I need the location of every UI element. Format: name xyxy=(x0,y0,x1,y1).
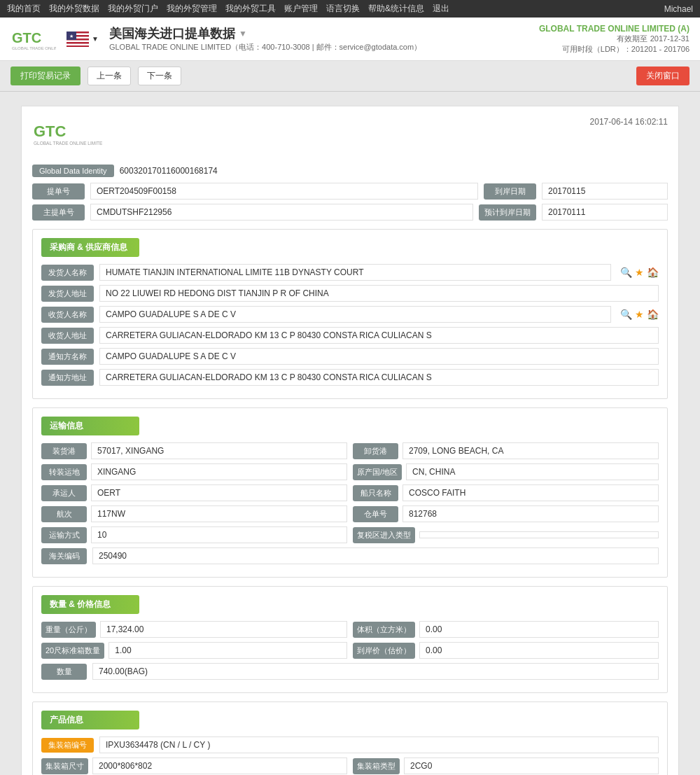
arrive-date-label: 到岸日期 xyxy=(484,183,536,200)
svg-text:GLOBAL TRADE ONLINE LIMITED: GLOBAL TRADE ONLINE LIMITED xyxy=(12,46,56,50)
shipper-home-icon[interactable]: 🏠 xyxy=(647,267,659,278)
company-logo: GTC GLOBAL TRADE ONLINE LIMITED xyxy=(10,23,56,55)
transport-row4: 航次 117NW 仓单号 812768 xyxy=(41,505,659,522)
consignee-icons: 🔍 ★ 🏠 xyxy=(620,309,659,320)
unloading-port-value: 2709, LONG BEACH, CA xyxy=(402,442,659,459)
svg-rect-5 xyxy=(66,40,89,42)
landing-price-value: 0.00 xyxy=(419,642,659,659)
quantity-section-header: 数量 & 价格信息 xyxy=(41,595,139,614)
transport-mode-label: 运输方式 xyxy=(41,527,87,543)
doc-datetime: 2017-06-14 16:02:11 xyxy=(590,117,668,127)
notify-addr-value: CARRETERA GULIACAN-ELDORADO KM 13 C P 80… xyxy=(99,369,659,386)
notify-name-label: 通知方名称 xyxy=(41,349,94,365)
shipper-search-icon[interactable]: 🔍 xyxy=(620,267,632,278)
loading-port-label: 装货港 xyxy=(41,443,87,459)
est-arrive-label: 预计到岸日期 xyxy=(479,204,536,221)
loading-port-col: 装货港 57017, XINGANG xyxy=(41,442,347,459)
notify-name-row: 通知方名称 CAMPO GUADALUPE S A DE C V xyxy=(41,348,659,365)
container-size-value: 2000*806*802 xyxy=(92,757,347,774)
bill-no-row: 提单号 OERT204509F00158 到岸日期 20170115 xyxy=(32,183,668,200)
weight-label: 重量（公斤） xyxy=(41,622,96,638)
container-size-col: 集装箱尺寸 2000*806*802 xyxy=(41,757,347,774)
top-navigation: 我的首页 我的外贸数据 我的外贸门户 我的外贸管理 我的外贸工具 账户管理 语言… xyxy=(0,0,700,18)
shipper-addr-value: NO 22 LIUWEI RD HEDONG DIST TIANJIN P R … xyxy=(99,285,659,302)
shipper-star-icon[interactable]: ★ xyxy=(635,267,644,278)
consignee-addr-label: 收货人地址 xyxy=(41,328,94,344)
supplier-section: 采购商 & 供应商信息 发货人名称 HUMATE TIANJIN INTERNA… xyxy=(32,229,668,399)
product-section-header: 产品信息 xyxy=(41,711,139,729)
transit-label: 转装运地 xyxy=(41,464,87,480)
container20-label: 20尺标准箱数量 xyxy=(41,643,104,659)
notify-addr-row: 通知方地址 CARRETERA GULIACAN-ELDORADO KM 13 … xyxy=(41,369,659,386)
consignee-search-icon[interactable]: 🔍 xyxy=(620,309,632,320)
product-section: 产品信息 集装箱编号 IPXU3634478 (CN / L / CY ) 集装… xyxy=(32,701,668,775)
nav-home[interactable]: 我的首页 xyxy=(7,3,41,15)
nav-trade-tools[interactable]: 我的外贸工具 xyxy=(225,3,276,15)
transport-mode-col: 运输方式 10 xyxy=(41,526,347,543)
container20-col: 20尺标准箱数量 1.00 xyxy=(41,642,347,659)
nav-trade-data[interactable]: 我的外贸数据 xyxy=(49,3,99,15)
consignee-home-icon[interactable]: 🏠 xyxy=(647,309,659,320)
next-button-top[interactable]: 下一条 xyxy=(138,67,181,85)
page-header: GTC GLOBAL TRADE ONLINE LIMITED ★ ▼ 美国海关… xyxy=(0,18,700,61)
warehouse-col: 仓单号 812768 xyxy=(353,505,659,522)
notify-name-value: CAMPO GUADALUPE S A DE C V xyxy=(99,348,659,365)
svg-text:★: ★ xyxy=(69,34,74,39)
transport-mode-value: 10 xyxy=(91,526,347,543)
product-row2: 集装箱尺寸 2000*806*802 集装箱类型 2CG0 xyxy=(41,757,659,774)
quantity-row2: 20尺标准箱数量 1.00 到岸价（估价） 0.00 xyxy=(41,642,659,659)
prev-button-top[interactable]: 上一条 xyxy=(88,67,131,85)
doc-header: GTC GLOBAL TRADE ONLINE LIMITED 2017-06-… xyxy=(32,117,668,154)
transport-row3: 承运人 OERT 船只名称 COSCO FAITH xyxy=(41,484,659,501)
bill-no-label: 提单号 xyxy=(32,183,85,200)
transit-value: XINGANG xyxy=(91,463,347,480)
nav-account[interactable]: 账户管理 xyxy=(284,3,318,15)
global-data-identity-row: Global Data Identity 6003201701160001681… xyxy=(32,165,668,177)
nav-trade-mgmt[interactable]: 我的外贸管理 xyxy=(167,3,217,15)
nav-language[interactable]: 语言切换 xyxy=(326,3,360,15)
shipper-icons: 🔍 ★ 🏠 xyxy=(620,267,659,278)
warehouse-value: 812768 xyxy=(402,505,659,522)
header-left: GTC GLOBAL TRADE ONLINE LIMITED ★ ▼ 美国海关… xyxy=(10,23,421,55)
volume-label: 体积（立方米） xyxy=(353,622,415,638)
transport-section: 运输信息 装货港 57017, XINGANG 卸货港 2709, LONG B… xyxy=(32,407,668,578)
svg-rect-6 xyxy=(66,43,89,46)
nav-trade-portal[interactable]: 我的外贸门户 xyxy=(108,3,158,15)
volume-col: 体积（立方米） 0.00 xyxy=(353,621,659,638)
container-type-value: 2CG0 xyxy=(404,757,659,774)
nav-help[interactable]: 帮助&统计信息 xyxy=(368,3,424,15)
global-data-label: Global Data Identity xyxy=(32,165,114,177)
vessel-label: 船只名称 xyxy=(353,485,398,501)
bill-no-value: OERT204509F00158 xyxy=(90,183,478,200)
unloading-port-label: 卸货港 xyxy=(353,443,398,459)
ftz-label: 复税区进入类型 xyxy=(353,527,415,543)
language-selector[interactable]: ★ ▼ xyxy=(66,32,99,47)
svg-text:GTC: GTC xyxy=(12,30,41,46)
weight-col: 重量（公斤） 17,324.00 xyxy=(41,621,347,638)
print-button-top[interactable]: 打印贸易记录 xyxy=(10,67,80,85)
transit-col: 转装运地 XINGANG xyxy=(41,463,347,480)
quantity-row3: 数量 740.00(BAG) xyxy=(41,663,659,680)
consignee-addr-row: 收货人地址 CARRETERA GULIACAN-ELDORADO KM 13 … xyxy=(41,327,659,344)
container-no-value: IPXU3634478 (CN / L / CY ) xyxy=(99,736,659,753)
doc-logo-area: GTC GLOBAL TRADE ONLINE LIMITED xyxy=(32,117,102,154)
vessel-value: COSCO FAITH xyxy=(402,484,659,501)
transport-row1: 装货港 57017, XINGANG 卸货港 2709, LONG BEACH,… xyxy=(41,442,659,459)
quantity-row1: 重量（公斤） 17,324.00 体积（立方米） 0.00 xyxy=(41,621,659,638)
origin-value: CN, CHINA xyxy=(406,463,659,480)
quantity-value: 740.00(BAG) xyxy=(92,663,659,680)
nav-logout[interactable]: 退出 xyxy=(433,3,449,15)
page-title-section: 美国海关进口提单数据 ▼ GLOBAL TRADE ONLINE LIMITED… xyxy=(109,25,421,53)
consignee-star-icon[interactable]: ★ xyxy=(635,309,644,320)
container-type-label: 集装箱类型 xyxy=(353,758,400,774)
consignee-addr-value: CARRETERA GULIACAN-ELDORADO KM 13 C P 80… xyxy=(99,327,659,344)
close-button-top[interactable]: 关闭窗口 xyxy=(636,67,690,85)
container-no-row: 集装箱编号 IPXU3634478 (CN / L / CY ) xyxy=(41,736,659,753)
shipper-name-label: 发货人名称 xyxy=(41,265,94,281)
page-title: 美国海关进口提单数据 xyxy=(109,25,235,42)
est-arrive-value: 20170111 xyxy=(542,204,668,221)
quantity-section: 数量 & 价格信息 重量（公斤） 17,324.00 体积（立方米） 0.00 … xyxy=(32,586,668,693)
master-bill-label: 主提单号 xyxy=(32,204,85,221)
account-company: GLOBAL TRADE ONLINE LIMITED (A) xyxy=(539,24,690,34)
shipper-addr-row: 发货人地址 NO 22 LIUWEI RD HEDONG DIST TIANJI… xyxy=(41,285,659,302)
